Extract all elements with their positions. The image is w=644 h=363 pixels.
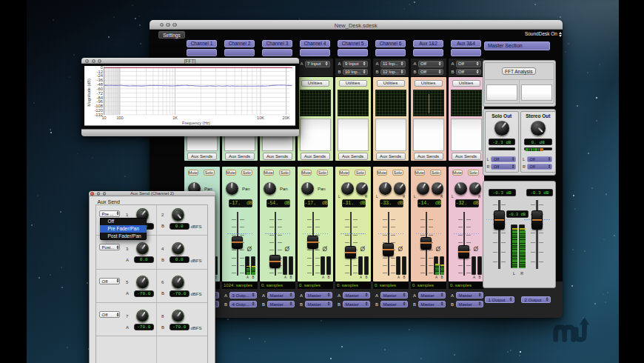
svg-text:10: 10 [101,116,106,120]
svg-text:10K: 10K [257,116,264,120]
svg-text:100: 100 [116,116,123,120]
svg-text:Frequency (Hz): Frequency (Hz) [182,121,210,125]
svg-text:Magnitude (dB): Magnitude (dB) [87,79,91,107]
svg-text:20K: 20K [283,116,290,120]
svg-text:1K: 1K [172,116,178,120]
